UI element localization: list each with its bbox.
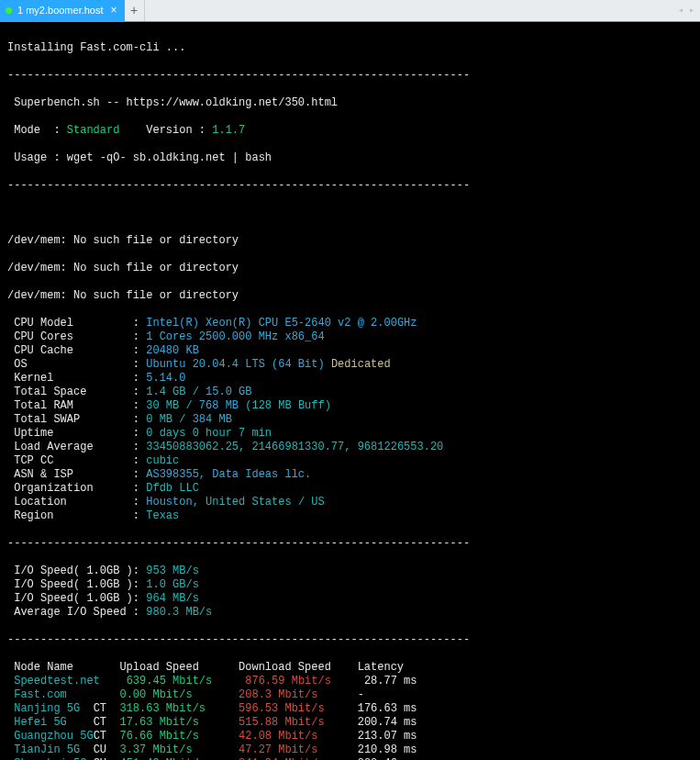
sys-row: OS : Ubuntu 20.04.4 LTS (64 Bit) Dedicat… [7, 358, 693, 372]
net-header: Node Name Upload Speed Download Speed La… [7, 661, 693, 675]
header-usage: Usage : wget -qO- sb.oldking.net | bash [7, 151, 693, 165]
devmem-line: /dev/mem: No such file or directory [7, 234, 693, 248]
sys-row: ASN & ISP : AS398355, Data Ideas llc. [7, 468, 693, 482]
speedtest-table: Node Name Upload Speed Download Speed La… [7, 661, 693, 760]
header-mode-line: Mode : Standard Version : 1.1.7 [7, 124, 693, 138]
sys-row: Total Space : 1.4 GB / 15.0 GB [7, 386, 693, 399]
system-info-block: CPU Model : Intel(R) Xeon(R) CPU E5-2640… [7, 317, 693, 523]
tab-active[interactable]: 1 my2.boomer.host × [0, 0, 125, 21]
divider: ----------------------------------------… [7, 179, 693, 193]
sys-row: Total RAM : 30 MB / 768 MB (128 MB Buff) [7, 399, 693, 413]
tab-bar: 1 my2.boomer.host × + ◂ ▸ [0, 0, 700, 22]
new-tab-button[interactable]: + [125, 0, 145, 21]
net-row: Fast.com 0.00 Mbit/s 208.3 Mbit/s - [7, 688, 693, 702]
status-dot-icon [6, 7, 12, 14]
install-line: Installing Fast.com-cli ... [7, 41, 693, 55]
io-row: I/O Speed( 1.0GB ): 1.0 GB/s [7, 578, 693, 592]
sys-row: CPU Cache : 20480 KB [7, 344, 693, 358]
io-row: Average I/O Speed : 980.3 MB/s [7, 606, 693, 620]
net-row: Speedtest.net 639.45 Mbit/s 876.59 Mbit/… [7, 675, 693, 688]
sys-row: CPU Cores : 1 Cores 2500.000 MHz x86_64 [7, 330, 693, 344]
close-icon[interactable]: × [109, 4, 119, 17]
terminal-output: Installing Fast.com-cli ... ------------… [0, 22, 700, 760]
net-row: Nanjing 5G CT 318.63 Mbit/s 596.53 Mbit/… [7, 702, 693, 716]
net-row: TianJin 5G CU 3.37 Mbit/s 47.27 Mbit/s 2… [7, 743, 693, 757]
sys-row: Location : Houston, United States / US [7, 496, 693, 509]
net-row: Guangzhou 5GCT 76.66 Mbit/s 42.08 Mbit/s… [7, 730, 693, 743]
divider: ----------------------------------------… [7, 537, 693, 551]
tab-nav-arrows[interactable]: ◂ ▸ [678, 0, 700, 21]
sys-row: Uptime : 0 days 0 hour 7 min [7, 427, 693, 441]
sys-row: Total SWAP : 0 MB / 384 MB [7, 413, 693, 427]
devmem-line: /dev/mem: No such file or directory [7, 289, 693, 303]
sys-row: CPU Model : Intel(R) Xeon(R) CPU E5-2640… [7, 317, 693, 330]
divider: ----------------------------------------… [7, 69, 693, 83]
io-row: I/O Speed( 1.0GB ): 964 MB/s [7, 592, 693, 606]
io-block: I/O Speed( 1.0GB ): 953 MB/s I/O Speed( … [7, 564, 693, 620]
header-line-1: Superbench.sh -- https://www.oldking.net… [7, 96, 693, 110]
tab-title: 1 my2.boomer.host [17, 4, 104, 17]
sys-row: Kernel : 5.14.0 [7, 372, 693, 386]
io-row: I/O Speed( 1.0GB ): 953 MB/s [7, 564, 693, 578]
sys-row: TCP CC : cubic [7, 454, 693, 468]
net-row: Hefei 5G CT 17.63 Mbit/s 515.88 Mbit/s 2… [7, 716, 693, 730]
divider: ----------------------------------------… [7, 633, 693, 647]
sys-row: Organization : Dfdb LLC [7, 482, 693, 496]
sys-row: Load Average : 33450883062.25, 214669813… [7, 441, 693, 454]
sys-row: Region : Texas [7, 509, 693, 523]
devmem-line: /dev/mem: No such file or directory [7, 262, 693, 275]
